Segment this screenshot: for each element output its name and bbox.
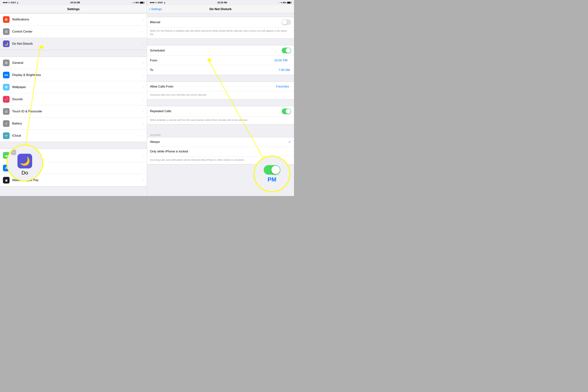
do-not-disturb-chevron: › (143, 42, 144, 46)
dot2 (4, 2, 5, 3)
repeated-calls-row[interactable]: Repeated Calls (147, 106, 294, 116)
battery-settings-icon: ⚡ (3, 120, 9, 127)
sidebar-item-wallpaper[interactable]: ❁ Wallpaper › (0, 81, 147, 93)
left-battery-icon (140, 2, 144, 4)
right-nav-title: Do Not Disturb (210, 7, 232, 11)
left-nav-bar: Settings (0, 5, 147, 13)
sidebar-item-battery[interactable]: ⚡ Battery › (0, 118, 147, 130)
zoom-toggle[interactable] (264, 165, 280, 175)
zoom-pm-text: PM (268, 176, 276, 183)
detail-sep-1 (147, 38, 294, 45)
allow-calls-label: Allow Calls From (150, 85, 276, 88)
sounds-chevron: › (143, 98, 144, 101)
group-sep-1 (0, 50, 147, 57)
touch-id-label: Touch ID & Passcode (12, 110, 141, 113)
right-status-bar: AT&T ▲ 10:15 AM ↑ ✦ 96% (147, 0, 294, 5)
general-label: General (12, 61, 141, 65)
right-status-bar-left: AT&T ▲ (150, 2, 166, 4)
touch-id-icon: ⊙ (3, 108, 9, 115)
right-battery-percent: 96% (283, 2, 286, 4)
scheduled-toggle-knob (286, 48, 291, 53)
sidebar-item-notifications[interactable]: 🔔 Notifications › (0, 14, 147, 26)
left-battery-percent: 96% (135, 2, 139, 4)
left-bluetooth-icon: ✦ (133, 2, 135, 4)
back-label: Settings (151, 8, 162, 11)
sidebar-item-sounds[interactable]: 🔊 Sounds › (0, 93, 147, 105)
control-center-label: Control Center (12, 30, 141, 34)
do-not-disturb-label: Do Not Disturb (12, 42, 141, 46)
settings-group-2: ⚙ General › AA Display & Brightness › ❁ … (0, 57, 147, 142)
zoom-do-text: Do (21, 170, 28, 176)
display-label: Display & Brightness (12, 73, 141, 77)
manual-label: Manual (150, 20, 282, 24)
allow-calls-row[interactable]: Allow Calls From Favorites › (147, 82, 294, 92)
signal-dots (3, 2, 10, 3)
display-chevron: › (143, 73, 144, 77)
r-dot3 (153, 2, 154, 3)
privacy-label: iCloud (12, 134, 141, 138)
scheduled-toggle[interactable] (282, 48, 291, 53)
sidebar-item-privacy[interactable]: 🤝 iCloud › (0, 130, 147, 142)
repeated-calls-section: Repeated Calls When enabled, a second ca… (147, 106, 294, 124)
always-row[interactable]: Always ✓ (147, 137, 294, 147)
left-nav-title: Settings (67, 7, 80, 11)
left-time: 10:14 AM (70, 1, 80, 4)
left-status-bar-left: AT&T ▲ (3, 2, 18, 4)
wallpaper-chevron: › (143, 86, 144, 89)
to-row[interactable]: To 7:00 AM (147, 65, 294, 75)
allow-calls-chevron-icon: › (290, 85, 291, 88)
notifications-chevron: › (143, 18, 144, 21)
sidebar-item-control-center[interactable]: ⊞ Control Center › (0, 26, 147, 38)
touch-id-chevron: › (143, 110, 144, 113)
detail-top-sep (147, 13, 294, 17)
sidebar-item-touch-id[interactable]: ⊙ Touch ID & Passcode › (0, 105, 147, 118)
to-label: To (150, 68, 279, 72)
notifications-icon: 🔔 (3, 16, 9, 23)
notifications-label: Notifications (12, 18, 141, 21)
right-time: 10:15 AM (217, 1, 227, 4)
repeated-calls-desc: When enabled, a second call from the sam… (147, 116, 294, 124)
left-location-icon: ↑ (132, 2, 132, 4)
always-checkmark: ✓ (288, 140, 291, 144)
right-carrier: AT&T (158, 2, 163, 4)
left-status-right: ↑ ✦ 96% (132, 2, 144, 4)
back-chevron-icon: ‹ (149, 7, 150, 11)
from-label: From (150, 59, 274, 62)
general-icon: ⚙ (3, 60, 9, 66)
battery-label: Battery (12, 122, 141, 126)
back-button[interactable]: ‹ Settings (149, 7, 162, 11)
sidebar-item-do-not-disturb[interactable]: 🌙 Do Not Disturb › (0, 38, 147, 50)
from-row[interactable]: From 10:00 PM › (147, 56, 294, 65)
display-icon: AA (3, 72, 9, 78)
detail-sep-3 (147, 100, 294, 106)
manual-toggle[interactable] (282, 19, 291, 25)
wallet-chevron: › (143, 178, 144, 182)
battery-chevron: › (143, 122, 144, 125)
allow-calls-desc: Incoming calls from your favorites will … (147, 92, 294, 99)
zoom-toggle-knob (272, 166, 280, 174)
sidebar-item-general[interactable]: ⚙ General › (0, 57, 147, 69)
left-carrier: AT&T (11, 2, 16, 4)
r-dot1 (150, 2, 151, 3)
repeated-calls-toggle-knob (286, 109, 291, 114)
manual-desc: When Do Not Disturb is enabled calls and… (147, 28, 294, 38)
right-location-icon: ↑ (279, 2, 280, 4)
sounds-label: Sounds (12, 98, 141, 101)
dot1 (3, 2, 4, 3)
privacy-icon: 🤝 (3, 132, 9, 139)
left-status-bar: AT&T ▲ 10:14 AM ↑ ✦ 96% (0, 0, 147, 5)
manual-row[interactable]: Manual (147, 17, 294, 28)
right-wifi-icon: ▲ (164, 2, 166, 4)
right-status-right: ↑ ✦ 96% (279, 2, 291, 4)
dot5 (9, 2, 10, 3)
zoom-dnd-icon: 🌙 (17, 154, 32, 168)
detail-sep-4 (147, 124, 294, 131)
manual-toggle-knob (282, 20, 287, 25)
sidebar-item-display-brightness[interactable]: AA Display & Brightness › (0, 69, 147, 81)
while-locked-row[interactable]: Only while iPhone is locked (147, 147, 294, 156)
wallpaper-label: Wallpaper (12, 85, 141, 89)
repeated-calls-toggle[interactable] (282, 108, 291, 114)
scheduled-row[interactable]: Scheduled (147, 46, 294, 56)
left-wifi-icon: ▲ (17, 2, 19, 4)
screen-container: AT&T ▲ 10:14 AM ↑ ✦ 96% Settings 🔔 (0, 0, 294, 196)
